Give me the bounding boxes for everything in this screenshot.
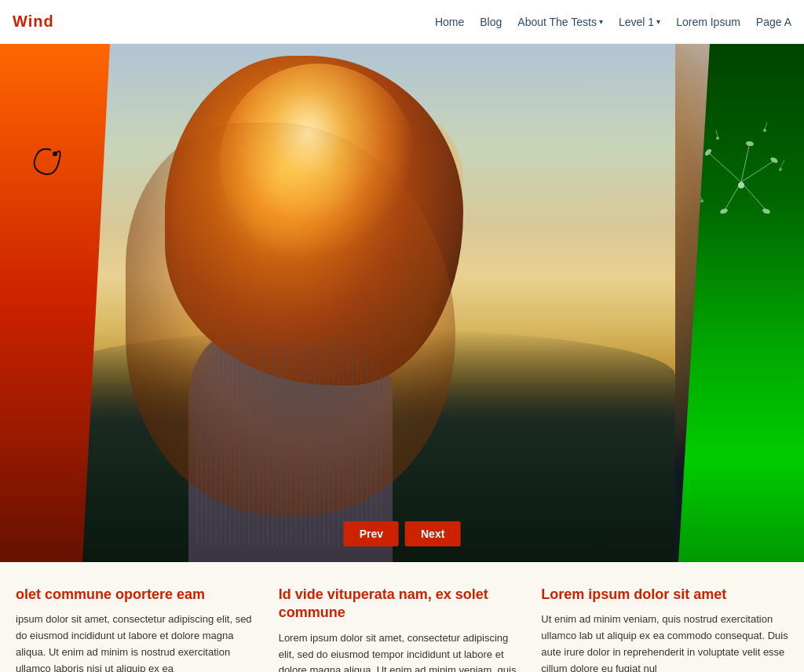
svg-line-10	[741, 182, 765, 209]
svg-line-17	[780, 160, 784, 168]
content-card-3: Lorem ipsum dolor sit amet Ut enim ad mi…	[541, 586, 788, 672]
site-logo[interactable]: Wind	[13, 13, 54, 31]
content-card-1: olet commune oportere eam ipsum dolor si…	[16, 586, 263, 672]
svg-line-6	[741, 162, 773, 182]
svg-point-9	[719, 207, 728, 214]
card-1-text: ipsum dolor sit amet, consectetur adipis…	[16, 612, 263, 672]
card-3-text: Ut enim ad minim veniam, quis nostrud ex…	[541, 612, 788, 672]
svg-point-14	[763, 129, 766, 132]
svg-line-13	[716, 130, 718, 137]
nav-level1[interactable]: Level 1 ▾	[619, 16, 660, 28]
svg-point-11	[762, 207, 770, 214]
svg-line-4	[741, 146, 749, 182]
next-button[interactable]: Next	[405, 521, 460, 546]
prev-button[interactable]: Prev	[344, 521, 399, 546]
nav-about-tests[interactable]: About The Tests ▾	[517, 16, 603, 28]
svg-point-0	[53, 152, 57, 156]
card-2-text: Lorem ipsum dolor sit amet, consectetur …	[279, 630, 526, 672]
chevron-down-icon: ▾	[656, 17, 660, 26]
svg-point-16	[779, 168, 782, 171]
content-card-2: Id vide vituperata nam, ex solet commune…	[279, 586, 526, 672]
svg-line-2	[710, 154, 741, 182]
slide-image-center	[47, 44, 675, 562]
card-3-title: Lorem ipsum dolor sit amet	[541, 586, 788, 604]
content-cards: olet commune oportere eam ipsum dolor si…	[0, 562, 804, 672]
decorative-swirl	[16, 138, 79, 201]
svg-point-18	[700, 199, 704, 203]
chevron-down-icon: ▾	[599, 17, 603, 26]
slider-controls: Prev Next	[344, 521, 461, 546]
main-nav: Home Blog About The Tests ▾ Level 1 ▾ Lo…	[435, 16, 791, 28]
svg-point-5	[746, 141, 755, 147]
nav-lorem-ipsum[interactable]: Lorem Ipsum	[676, 16, 740, 28]
nav-home[interactable]: Home	[435, 16, 464, 28]
svg-point-12	[716, 137, 719, 140]
nav-page-a[interactable]: Page A	[756, 16, 791, 28]
nav-blog[interactable]: Blog	[480, 16, 502, 28]
hero-slider: Prev Next	[0, 44, 804, 562]
svg-line-15	[765, 122, 767, 129]
card-2-title: Id vide vituperata nam, ex solet commune	[279, 586, 526, 623]
card-1-title: olet commune oportere eam	[16, 586, 263, 604]
site-header: Wind Home Blog About The Tests ▾ Level 1…	[0, 0, 804, 44]
svg-line-8	[725, 182, 741, 209]
